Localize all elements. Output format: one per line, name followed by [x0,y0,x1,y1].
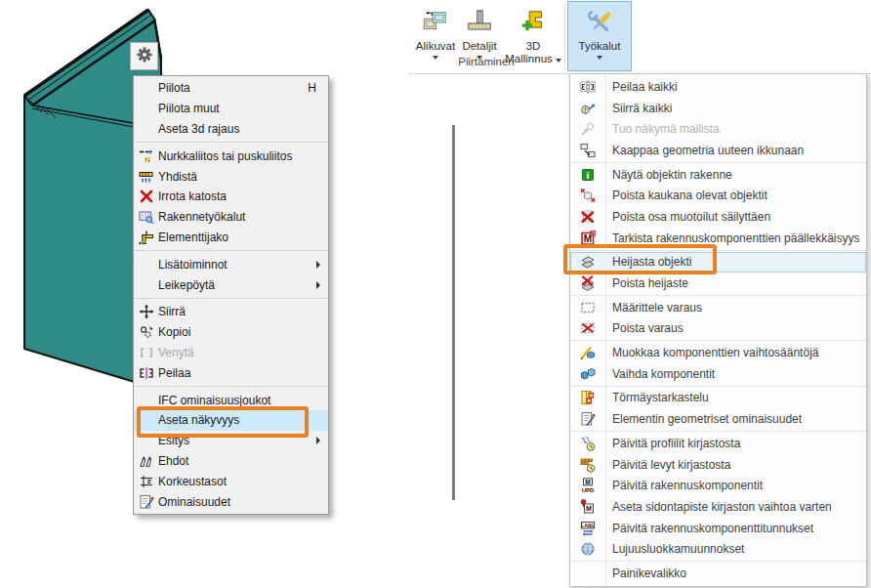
ribbon-button-label: 3D [526,40,541,53]
menu-item-label: Päivitä levyt kirjastosta [612,458,730,472]
icon-spacer [137,101,155,116]
edit-swap-rules-icon [570,345,605,360]
menu-item-ominaisuudet[interactable]: Ominaisuudet [134,491,328,512]
menu-item-aseta-sidontapiste-kirjaston-vaihtoa-varten[interactable]: MAseta sidontapiste kirjaston vaihtoa va… [570,496,866,518]
menu-item-aseta-3d-rajaus[interactable]: Aseta 3d rajaus [134,119,328,140]
menu-item-label: Kaappaa geometria uuteen ikkunaan [612,144,804,157]
menu-item-esitys[interactable]: Esitys [134,431,328,451]
icon-spacer [137,412,155,428]
menu-item-label: Aseta 3d rajaus [158,122,322,136]
menu-item-venyta[interactable]: Venytä [134,343,328,363]
menu-item-muokkaa-komponenttien-vaihtosaantoja[interactable]: Muokkaa komponenttien vaihtosääntöjä [570,342,866,363]
menu-item-peilaa[interactable]: Peilaa [134,362,328,383]
remove-shaping-icon [570,209,605,225]
menu-item-label: Elementin geometriset ominaisuudet [612,412,802,426]
remove-distant-icon [570,188,605,203]
menu-item-nayta-objektin-rakenne[interactable]: iNäytä objektin rakenne [570,164,866,186]
tools-icon [586,5,613,40]
application-window: AlikuvatDetaljit3DMallinnusTyökalut Piir… [0,0,871,588]
menu-item-label: Piilota [158,81,308,95]
structure-tools-icon [137,209,155,225]
menu-item-poista-heijaste[interactable]: Poista heijaste [570,273,866,294]
dropdown-caret-icon [597,56,602,60]
svg-text:M: M [586,505,592,512]
menu-item-poista-varaus[interactable]: Poista varaus [570,318,866,340]
menu-item-poista-kaukana-olevat-objektit[interactable]: Poista kaukana olevat objektit [570,185,866,206]
menu-item-poista-osa-muotoilut-sailyttaen[interactable]: Poista osa muotoilut säilyttäen [570,206,866,228]
menu-item-label: Leikepöytä [158,278,316,292]
geometry-properties-icon [570,411,605,427]
tools-dropdown-menu: Peilaa kaikkiSiirrä kaikkiTuo näkymä mal… [569,73,867,587]
menu-item-nurkkaliitos-tai-puskuliitos[interactable]: Nurkkaliitos tai puskuliitos [134,146,328,166]
update-plates-icon [570,457,605,473]
menu-item-label: Aseta näkyvyys [158,413,322,427]
menu-item-leikepoyta[interactable]: Leikepöytä [134,274,328,295]
svg-text:LABL: LABL [581,522,596,527]
menu-item-label: Rakennetyökalut [158,210,322,224]
menu-item-lujuusluokkamuunnokset[interactable]: Lujuusluokkamuunnokset [570,538,866,560]
menu-item-rakennetyokalut[interactable]: Rakennetyökalut [134,207,328,228]
properties-icon [137,494,155,510]
menu-item-elementtijako[interactable]: Elementtijako [134,228,328,248]
icon-spacer [137,433,155,448]
menu-item-piilota-muut[interactable]: Piilota muut [134,99,328,119]
menu-item-maarittele-varaus[interactable]: Määrittele varaus [570,297,866,318]
menu-item-heijasta-objekti[interactable]: Heijasta objekti [570,252,866,273]
menu-item-painikevalikko[interactable]: Painikevalikko [570,563,866,584]
menu-item-label: Lujuusluokkamuunnokset [612,542,744,556]
move-all-icon [570,101,605,116]
menu-item-elementin-geometriset-ominaisuudet[interactable]: Elementin geometriset ominaisuudet [570,408,866,430]
menu-item-paivita-profiilit-kirjastosta[interactable]: Päivitä profiilit kirjastosta [570,433,866,454]
menu-item-label: Määrittele varaus [612,301,702,315]
menu-item-label: Painikevalikko [612,567,686,580]
menu-item-tuo-nakyma-mallista[interactable]: Tuo näkymä mallista [570,118,866,140]
menu-item-label: Ehdot [158,454,322,468]
ribbon-group-label: Piirtäminen [408,56,564,67]
menu-item-tormaystarkastelu[interactable]: Törmäystarkastelu [570,388,866,409]
menu-item-label: Heijasta objekti [612,255,691,269]
menu-item-peilaa-kaikki[interactable]: Peilaa kaikki [570,76,866,98]
menu-item-ehdot[interactable]: Ehdot [134,451,328,472]
ribbon-button-label: Alikuvat [416,40,455,53]
remove-reservation-icon [570,320,605,336]
menu-item-label: Vaihda komponentit [612,367,715,381]
menu-item-kaappaa-geometria-uuteen-ikkunaan[interactable]: Kaappaa geometria uuteen ikkunaan [570,140,866,161]
menu-item-yhdista[interactable]: Yhdistä [134,166,328,187]
menu-item-paivita-levyt-kirjastosta[interactable]: Päivitä levyt kirjastosta [570,454,866,476]
corner-joint-icon [137,148,155,164]
object-structure-icon: i [570,167,605,183]
menu-item-label: Ominaisuudet [158,495,322,509]
menu-item-korkeustasot[interactable]: Korkeustasot [134,471,328,491]
ribbon-button-tyokalut[interactable]: Työkalut [567,1,632,71]
menu-item-label: Päivitä rakennuskomponentit [612,479,763,492]
menu-item-label: Poista osa muotoilut säilyttäen [612,210,770,224]
gear-button[interactable] [130,42,158,70]
copy-icon [137,324,155,340]
menu-item-tarkista-rakennuskomponenttien-paallekkaisyys[interactable]: MTarkista rakennuskomponenttien päällekk… [570,228,866,249]
menu-item-siirra-kaikki[interactable]: Siirrä kaikki [570,98,866,119]
update-profiles-icon [570,436,605,451]
menu-item-kopioi[interactable]: Kopioi [134,322,328,343]
define-reservation-icon [570,300,605,315]
menu-item-label: Aseta sidontapiste kirjaston vaihtoa var… [612,500,832,514]
menu-item-piilota[interactable]: PiilotaH [134,78,328,99]
strength-conversion-icon [570,541,605,557]
menu-item-siirra[interactable]: Siirrä [134,302,328,322]
menu-item-lisatoiminnot[interactable]: Lisätoiminnot [134,254,328,274]
menu-item-irrota-katosta[interactable]: Irrota katosta [134,187,328,207]
menu-separator [570,295,866,296]
menu-item-aseta-nakyvyys[interactable]: Aseta näkyvyys [134,410,328,431]
menu-item-label: Piilota muut [158,102,322,115]
menu-item-label: Yhdistä [158,170,322,184]
menu-item-ifc-ominaisuusjoukot[interactable]: IFC ominaisuusjoukot [134,390,328,410]
submenu-arrow-icon [316,261,320,269]
menu-item-label: Venytä [158,346,322,359]
menu-item-paivita-rakennuskomponenttitunnukset[interactable]: LABLPäivitä rakennuskomponenttitunnukset [570,518,866,539]
menu-item-paivita-rakennuskomponentit[interactable]: MUPDPäivitä rakennuskomponentit [570,475,866,496]
svg-text:i: i [587,170,590,181]
icon-spacer [137,393,155,408]
menu-item-vaihda-komponentit[interactable]: Vaihda komponentit [570,363,866,385]
svg-text:UPD: UPD [582,487,595,493]
menu-separator [135,298,327,299]
menu-item-label: Siirrä [158,305,322,318]
